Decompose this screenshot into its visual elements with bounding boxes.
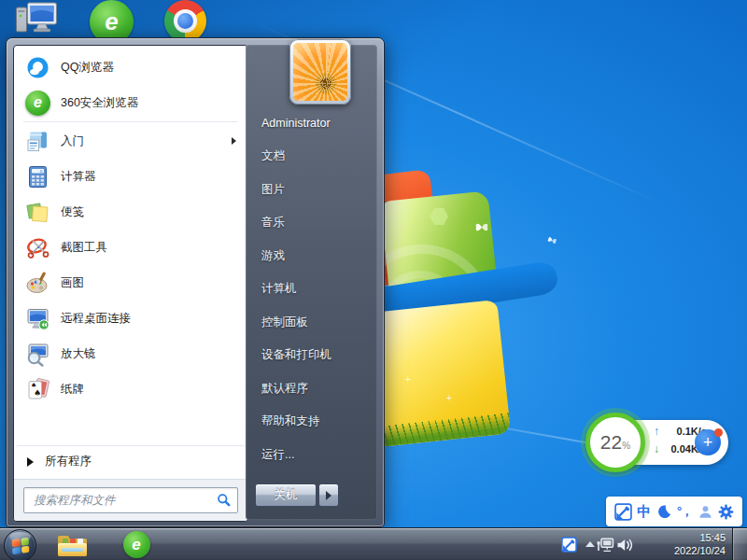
taskbar-360-browser-button[interactable]: e — [118, 531, 155, 558]
all-programs-arrow-icon — [27, 457, 34, 467]
volume-tray-icon[interactable] — [616, 528, 635, 560]
all-programs-button[interactable]: 所有程序 — [16, 445, 246, 477]
360-browser-icon: e — [25, 91, 50, 116]
menu-item-label: 纸牌 — [61, 382, 84, 398]
menu-item-control-panel[interactable]: 控制面板 — [246, 306, 377, 340]
sparkle-decoration: + — [446, 394, 452, 403]
show-desktop-button[interactable] — [732, 528, 747, 560]
upload-arrow-icon: ↑ — [654, 425, 659, 438]
search-strip — [14, 479, 247, 521]
notification-dot — [714, 428, 723, 437]
user-avatar[interactable] — [289, 39, 351, 105]
chinese-mode-toggle[interactable]: 中 — [637, 503, 651, 521]
menu-item-pictures[interactable]: 图片 — [246, 174, 377, 207]
qq-browser-icon — [25, 55, 50, 80]
show-hidden-icons-button[interactable] — [585, 541, 595, 547]
menu-item-qq-browser[interactable]: QQ浏览器 — [16, 49, 246, 85]
menu-item-label: QQ浏览器 — [61, 60, 114, 76]
menu-item-default-programs[interactable]: 默认程序 — [246, 372, 377, 406]
program-list: QQ浏览器 e 360安全浏览器 — [16, 49, 246, 407]
butterfly-icon — [474, 220, 489, 237]
menu-item-label: 放大镜 — [61, 346, 96, 362]
right-panel-list: 文档 图片 音乐 游戏 计算机 控制面板 设备和打印机 默认程序 帮助和支持 运… — [246, 140, 377, 471]
snipping-tool-icon — [25, 235, 50, 260]
flag-yellow-pane — [365, 300, 511, 447]
menu-item-label: 画图 — [61, 275, 84, 291]
shutdown-options-button[interactable] — [318, 483, 339, 507]
menu-item-computer[interactable]: 计算机 — [246, 273, 377, 306]
menu-item-label: 360安全浏览器 — [61, 95, 138, 111]
start-menu: QQ浏览器 e 360安全浏览器 — [6, 37, 385, 527]
menu-item-magnifier[interactable]: 放大镜 — [16, 336, 246, 371]
menu-item-label: 计算器 — [61, 169, 96, 185]
menu-item-getting-started[interactable]: 入门 — [16, 123, 246, 159]
solitaire-icon: ♠ ♠ — [25, 377, 50, 402]
menu-item-remote-desktop[interactable]: 远程桌面连接 — [16, 301, 246, 336]
input-method-bar: 中 °， — [606, 497, 742, 526]
taskbar-clock[interactable]: 15:45 2022/10/24 — [674, 531, 726, 557]
paint-icon — [25, 271, 50, 296]
submenu-arrow-icon — [232, 137, 236, 145]
menu-item-solitaire[interactable]: ♠ ♠ 纸牌 — [16, 371, 246, 407]
svg-text:0: 0 — [40, 168, 43, 173]
menu-item-paint[interactable]: 画图 — [16, 265, 246, 301]
punctuation-toggle[interactable]: °， — [677, 503, 692, 520]
menu-item-label: 便笺 — [61, 204, 84, 220]
calculator-icon: 0 — [25, 164, 50, 189]
menu-item-snipping-tool[interactable]: 截图工具 — [16, 230, 246, 265]
menu-item-games[interactable]: 游戏 — [246, 240, 377, 273]
360-browser-icon: e — [123, 531, 150, 558]
search-icon[interactable] — [217, 493, 232, 508]
all-programs-label: 所有程序 — [45, 454, 92, 469]
network-tray-icon[interactable] — [597, 528, 614, 560]
user-name: Administrator — [261, 117, 331, 130]
menu-item-help-support[interactable]: 帮助和支持 — [246, 405, 377, 439]
taskbar: e 15:45 2022/10/24 — [0, 527, 747, 560]
desktop-icon-chrome[interactable] — [164, 0, 206, 42]
menu-item-calculator[interactable]: 0 计算器 — [16, 159, 246, 194]
taskbar-explorer-button[interactable] — [54, 531, 92, 558]
memory-percent-value: 22 — [600, 431, 622, 454]
remote-desktop-icon — [25, 306, 50, 331]
settings-gear-icon[interactable] — [718, 504, 734, 520]
menu-item-360-browser[interactable]: e 360安全浏览器 — [16, 85, 246, 120]
desktop-icon-computer[interactable] — [15, 1, 58, 42]
menu-item-label: 截图工具 — [61, 240, 107, 256]
avatar-flower-image — [293, 43, 347, 101]
shutdown-arrow-icon — [326, 491, 331, 500]
shutdown-row: 关机 — [255, 483, 339, 507]
search-box — [23, 487, 238, 513]
windows-flag-icon — [11, 537, 29, 553]
memory-usage-ball[interactable]: 22 % — [585, 413, 645, 472]
sparkle-decoration: + — [405, 375, 411, 385]
getting-started-icon — [25, 129, 50, 154]
start-menu-right-panel: Administrator 文档 图片 音乐 游戏 计算机 控制面板 设备和打印… — [246, 45, 377, 520]
menu-item-devices-printers[interactable]: 设备和打印机 — [246, 339, 377, 372]
search-input[interactable] — [32, 493, 217, 508]
user-account-icon[interactable] — [698, 504, 713, 520]
grass-decoration — [377, 413, 512, 447]
sticky-notes-icon — [25, 200, 50, 225]
menu-item-music[interactable]: 音乐 — [246, 206, 377, 240]
magnifier-icon — [25, 342, 50, 367]
menu-item-label: 远程桌面连接 — [61, 311, 131, 327]
menu-separator — [23, 121, 238, 122]
ime-logo-icon[interactable] — [614, 503, 632, 521]
percent-sign: % — [622, 441, 630, 451]
menu-item-run[interactable]: 运行... — [246, 439, 377, 472]
clock-date: 2022/10/24 — [674, 544, 726, 557]
svg-text:♠: ♠ — [34, 388, 41, 398]
start-menu-left-panel: QQ浏览器 e 360安全浏览器 — [13, 45, 248, 522]
butterfly-icon — [544, 231, 559, 250]
download-arrow-icon: ↓ — [654, 442, 659, 455]
clock-time: 15:45 — [674, 531, 726, 544]
fullwidth-moon-icon[interactable] — [656, 504, 672, 520]
shutdown-button[interactable]: 关机 — [255, 483, 317, 507]
start-button[interactable] — [4, 529, 36, 560]
menu-item-documents[interactable]: 文档 — [246, 140, 377, 174]
menu-item-label: 入门 — [61, 133, 84, 149]
explorer-folder-icon — [58, 533, 88, 557]
menu-item-sticky-notes[interactable]: 便笺 — [16, 194, 246, 230]
tray-input-method-icon[interactable] — [561, 528, 577, 560]
